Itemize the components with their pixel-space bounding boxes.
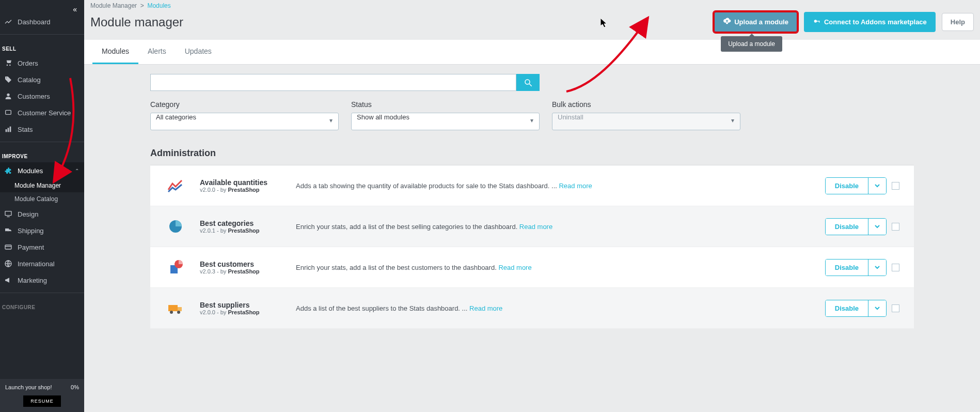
module-icon [165, 175, 186, 196]
page-title: Module manager [90, 15, 183, 29]
sidebar-item-design[interactable]: Design [0, 206, 84, 222]
breadcrumb-sep: > [140, 2, 144, 9]
sidebar-item-catalog[interactable]: Catalog [0, 71, 84, 88]
svg-rect-1 [6, 110, 11, 114]
sidebar-subitem-module-manager[interactable]: Module Manager [0, 179, 84, 192]
category-value: All categories [150, 113, 339, 130]
module-name: Available quantities [200, 178, 282, 187]
module-list: Available quantities v2.0.0 - by PrestaS… [84, 165, 980, 329]
key-icon [813, 17, 821, 27]
search-input[interactable] [150, 74, 516, 91]
search-button[interactable] [516, 74, 540, 91]
module-meta: v2.0.3 - by PrestaShop [200, 268, 282, 274]
tabs: Modules Alerts Updates [84, 40, 980, 65]
sidebar-item-shipping[interactable]: Shipping [0, 222, 84, 239]
module-info: Best customers v2.0.3 - by PrestaShop [200, 260, 282, 274]
status-label: Status [351, 100, 540, 109]
bulk-label: Bulk actions [552, 100, 740, 109]
launch-label: Launch your shop! [5, 384, 52, 390]
dashboard-icon [4, 18, 12, 26]
svg-point-7 [6, 231, 7, 233]
module-row: Best suppliers v2.0.0 - by PrestaShop Ad… [150, 288, 914, 329]
module-meta: v2.0.0 - by PrestaShop [200, 309, 282, 315]
svg-point-24 [177, 311, 180, 314]
sidebar-item-marketing[interactable]: Marketing [0, 272, 84, 288]
svg-point-16 [525, 80, 530, 84]
sidebar-item-payment[interactable]: Payment [0, 239, 84, 255]
module-desc: Enrich your stats, add a list of the bes… [296, 223, 812, 231]
sidebar-item-international[interactable]: International [0, 255, 84, 272]
breadcrumb-current[interactable]: Modules [147, 2, 170, 9]
sidebar-item-stats[interactable]: Stats [0, 121, 84, 138]
sidebar-item-customer-service[interactable]: Customer Service [0, 104, 84, 121]
stats-icon [4, 125, 12, 133]
sidebar-label: Dashboard [18, 18, 51, 26]
tab-modules[interactable]: Modules [92, 40, 138, 64]
sidebar-item-orders[interactable]: Orders [0, 55, 84, 71]
collapse-icon: « [73, 5, 77, 13]
module-row: Best customers v2.0.3 - by PrestaShop En… [150, 247, 914, 288]
sidebar-label: Shipping [18, 227, 44, 235]
svg-rect-3 [8, 128, 9, 132]
chevron-down-icon[interactable] [868, 178, 886, 194]
headset-icon [4, 109, 12, 117]
sidebar-label: Marketing [18, 277, 47, 284]
disable-label: Disable [826, 178, 868, 194]
sidebar: « Dashboard SELL Orders Catalog Customer… [0, 0, 84, 412]
help-button[interactable]: Help [942, 13, 974, 31]
monitor-icon [4, 210, 12, 218]
connect-addons-button[interactable]: Connect to Addons marketplace [804, 12, 936, 32]
svg-line-17 [529, 84, 532, 86]
tab-updates[interactable]: Updates [176, 40, 221, 64]
category-select[interactable]: All categories [150, 113, 339, 130]
module-info: Best suppliers v2.0.0 - by PrestaShop [200, 301, 282, 315]
header-actions: Upload a module Upload a module Connect … [714, 11, 974, 33]
sidebar-label: Customer Service [18, 109, 71, 117]
svg-rect-21 [168, 305, 178, 311]
upload-module-button[interactable]: Upload a module [714, 11, 798, 33]
read-more-link[interactable]: Read more [519, 223, 552, 231]
breadcrumb: Module Manager > Modules [84, 0, 980, 9]
sidebar-item-customers[interactable]: Customers [0, 88, 84, 104]
chevron-down-icon[interactable] [868, 260, 886, 276]
resume-button[interactable]: RESUME [23, 395, 61, 407]
module-desc: Enrich your stats, add a list of the bes… [296, 264, 812, 271]
bulk-select[interactable]: Uninstall [552, 113, 740, 130]
module-checkbox[interactable] [892, 264, 899, 271]
svg-rect-2 [6, 129, 7, 132]
module-actions: Disable [825, 300, 899, 317]
tab-alerts[interactable]: Alerts [138, 40, 176, 64]
sidebar-label: International [18, 260, 55, 268]
read-more-link[interactable]: Read more [498, 264, 531, 271]
module-checkbox[interactable] [892, 223, 899, 231]
chevron-up-icon: ⌃ [75, 168, 79, 174]
module-checkbox[interactable] [892, 304, 899, 312]
sidebar-item-dashboard[interactable]: Dashboard [0, 13, 84, 30]
sidebar-collapse[interactable]: « [0, 0, 84, 13]
svg-rect-9 [5, 245, 11, 249]
sidebar-label: Modules [18, 167, 43, 175]
chevron-down-icon[interactable] [868, 219, 886, 235]
card-icon [4, 243, 12, 251]
module-checkbox[interactable] [892, 182, 899, 190]
module-info: Available quantities v2.0.0 - by PrestaS… [200, 178, 282, 193]
upload-tooltip: Upload a module [721, 36, 782, 52]
module-icon [165, 216, 186, 237]
read-more-link[interactable]: Read more [469, 304, 502, 312]
status-select[interactable]: Show all modules [351, 113, 540, 130]
chevron-down-icon[interactable] [868, 300, 886, 316]
user-icon [4, 92, 12, 100]
sidebar-subitem-module-catalog[interactable]: Module Catalog [0, 192, 84, 206]
module-row: Available quantities v2.0.0 - by PrestaS… [150, 165, 914, 206]
read-more-link[interactable]: Read more [559, 182, 592, 190]
disable-button[interactable]: Disable [825, 177, 887, 194]
disable-button[interactable]: Disable [825, 259, 887, 276]
module-info: Best categories v2.0.1 - by PrestaShop [200, 219, 282, 234]
tag-icon [4, 75, 12, 84]
disable-button[interactable]: Disable [825, 218, 887, 235]
sidebar-footer: Launch your shop! 0% RESUME [0, 379, 84, 412]
disable-button[interactable]: Disable [825, 300, 887, 317]
sidebar-item-modules[interactable]: Modules ⌃ [0, 162, 84, 179]
sidebar-label: Payment [18, 243, 44, 251]
status-value: Show all modules [351, 113, 540, 130]
